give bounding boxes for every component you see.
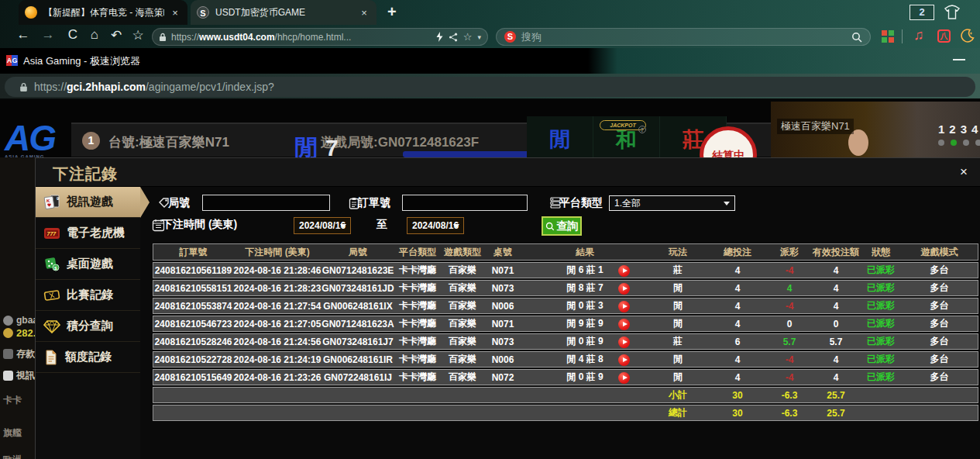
cell-platform: 卡卡灣廳 [394,369,441,385]
cell-payout: -4 [768,351,811,368]
cell-table-no: N006 [484,351,521,368]
new-tab-button[interactable]: + [387,3,397,21]
browser-navbar: ← → C ⌂ ↶ ☆ https://www.usdt04.com/hhcp/… [0,25,980,48]
night-mode-icon[interactable] [961,29,975,46]
tab2-title: USDT加密货币GAME [215,6,353,19]
cell-game-type: 百家樂 [441,316,484,332]
cell-result: 閒 0 莊 9 [521,333,648,350]
apps-grid-icon[interactable] [882,30,894,43]
sidebar-item-points-inquiry[interactable]: 積分查詢 [36,311,140,342]
cell-time: 2024-08-16 21:28:23 [233,280,322,296]
cell-payout: -6.3 [768,387,811,403]
cell-time: 2024-08-16 21:27:54 [233,298,322,314]
cell-order: 240816210561189 [153,262,233,278]
cell-time: 2024-08-16 21:23:26 [233,369,322,385]
video-table-label: 極速百家樂N71 [777,119,854,134]
tab1-close-icon[interactable]: × [169,7,181,19]
jackpot-help-icon[interactable]: ? [638,126,646,133]
cell-time [233,405,322,421]
replay-play-icon[interactable] [618,336,630,348]
theme-shirt-icon[interactable] [944,5,961,23]
svg-text:777: 777 [47,230,57,236]
query-button[interactable]: 查詢 [542,216,582,236]
browser-tab-1[interactable]: 【新提醒】体育电竞 - 海燕策略论 × [19,0,187,25]
cell-round: GN073248161J7 [322,333,394,350]
cell-total-bet: 4 [707,298,768,314]
replay-play-icon[interactable] [618,265,630,277]
search-icon[interactable] [851,32,862,43]
browser-tab-2[interactable]: S USDT加密货币GAME × [191,0,377,25]
music-icon[interactable]: ♫ [913,27,924,43]
history-undo-icon[interactable]: ↶ [107,27,126,43]
url-text: https://www.usdt04.com/hhcp/home.html... [171,32,431,43]
modal-close-icon[interactable]: × [956,164,971,180]
tab2-favicon: S [197,6,209,19]
address-bar[interactable]: https://www.usdt04.com/hhcp/home.html...… [152,28,488,46]
cell-total-bet: 4 [707,351,768,368]
multi-table-numbers[interactable]: 1234 [938,123,978,136]
cell-valid-bet: 4 [811,298,861,314]
lock-icon [159,33,167,42]
cell-platform [394,405,441,421]
inner-url-text: https://gci.2hhapi.com/agingame/pcv1/ind… [34,81,274,93]
bet-player-button[interactable]: 閒 [527,116,593,157]
date-from-picker[interactable]: 2024/08/16 [294,217,351,234]
gem-icon [43,319,60,333]
replay-play-icon[interactable] [618,283,630,295]
chevron-down-icon[interactable]: ▾ [477,33,481,41]
search-box[interactable]: S 搜狗 [496,28,871,46]
reload-icon[interactable]: C [64,27,82,43]
minimize-icon[interactable] [953,59,965,60]
sidebar-item-credit-records[interactable]: 額度記錄 [36,342,140,373]
cell-total-bet: 30 [707,387,768,403]
left-sidebar-strip: gbaa 282. 存款 視訊 卡卡 旗艦 歐洲 多 賭神賽 電子 [0,157,35,459]
share-nodes-icon[interactable] [449,33,458,42]
cell-payout: -6.3 [768,405,811,421]
bookmark-star-icon[interactable]: ☆ [463,31,473,43]
cell-game-mode [901,387,978,403]
inner-window-titlebar: AG Asia Gaming - 极速浏览器 [0,48,980,74]
sogou-logo: S [504,31,516,43]
cell-game-mode [901,405,978,421]
round-input[interactable] [202,195,330,211]
slot-777-icon: 777 [43,226,60,241]
favorites-star-icon[interactable]: ☆ [129,27,147,43]
date-to-picker[interactable]: 2024/08/16 [407,217,464,234]
inner-address-bar[interactable]: https://gci.2hhapi.com/agingame/pcv1/ind… [5,77,975,97]
cell-round: GN0712481623A [322,316,394,332]
back-icon[interactable]: ← [14,27,33,43]
sidebar-item-video-games[interactable]: 9K 視訊遊戲 [36,187,140,218]
cell-total-bet: 4 [707,369,768,385]
cell-game-mode: 多台 [901,316,978,332]
home-icon[interactable]: ⌂ [85,27,104,43]
tab-count-badge[interactable]: 2 [910,5,934,20]
pdf-icon[interactable]: 八 [937,29,951,43]
tab1-title: 【新提醒】体育电竞 - 海燕策略论 [43,6,164,19]
cell-total-bet: 6 [707,333,768,350]
bet-tie-button[interactable]: JACKPOT? 和 [593,116,660,157]
video-panel[interactable]: 極速百家樂N71 1234 [771,102,980,157]
sidebar-item-match-records[interactable]: 比賽記錄 [36,280,140,311]
replay-play-icon[interactable] [618,301,630,312]
cell-round: GN073248161JD [322,280,394,296]
cell-time: 2024-08-16 21:27:05 [233,316,322,332]
cell-status: 已派彩 [861,298,901,314]
replay-play-icon[interactable] [618,354,630,366]
tab2-close-icon[interactable]: × [358,7,370,19]
forward-icon[interactable]: → [39,27,57,43]
cell-platform: 卡卡灣廳 [394,333,441,350]
bet-zone: 閒 JACKPOT? 和 莊 [527,116,727,157]
replay-play-icon[interactable] [618,372,630,384]
lightning-icon[interactable] [436,32,443,42]
cell-play-type: 閒 [648,298,707,314]
modal-sidebar: 9K 視訊遊戲 777 電子老虎機 $ 桌面遊戲 比賽記錄 積分查詢 額度記錄 [36,187,140,459]
cell-table-no [484,405,521,421]
cell-game-type: 百家樂 [441,262,484,278]
replay-play-icon[interactable] [618,319,630,330]
cell-game-type: 百家樂 [441,280,484,296]
sidebar-item-slots[interactable]: 777 電子老虎機 [36,218,140,249]
svg-text:K: K [46,198,50,203]
sidebar-item-table-games[interactable]: $ 桌面遊戲 [36,249,140,280]
platform-select[interactable]: 1.全部 [609,195,735,211]
order-input[interactable] [402,195,528,211]
